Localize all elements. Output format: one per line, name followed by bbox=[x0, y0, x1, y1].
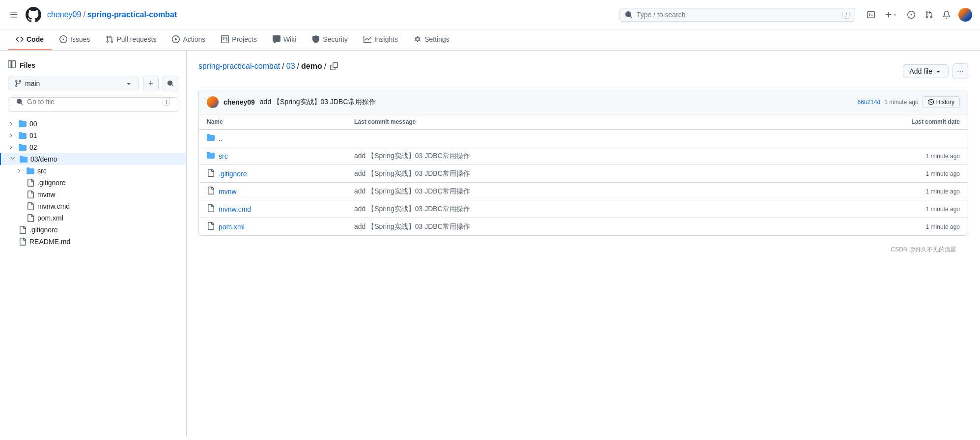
breadcrumb-repo-link[interactable]: spring-practical-combat bbox=[198, 62, 280, 71]
security-icon bbox=[312, 35, 320, 43]
branch-button[interactable]: main bbox=[8, 77, 139, 90]
tree-item-src-label: src bbox=[37, 167, 47, 175]
chevron-down-icon-03demo bbox=[10, 155, 16, 163]
tree-item-pom-xml[interactable]: pom.xml bbox=[0, 212, 186, 224]
tab-settings[interactable]: Settings bbox=[406, 29, 457, 50]
history-button[interactable]: History bbox=[923, 96, 960, 108]
wiki-icon bbox=[273, 35, 280, 43]
file-icon-pom-xml bbox=[27, 214, 34, 222]
issues-button[interactable] bbox=[905, 9, 917, 21]
files-label: Files bbox=[20, 61, 35, 69]
tree-item-gitignore-label: .gitignore bbox=[37, 179, 66, 187]
commit-msg-link-gitignore[interactable]: add 【Spring实战】03 JDBC常用操作 bbox=[354, 169, 470, 177]
avatar[interactable] bbox=[958, 8, 972, 22]
tab-projects[interactable]: Projects bbox=[213, 29, 265, 50]
folder-icon-src bbox=[207, 151, 215, 161]
file-name-link-mvnw[interactable]: mvnw bbox=[219, 188, 237, 195]
hamburger-button[interactable] bbox=[8, 9, 20, 21]
tree-item-src[interactable]: src bbox=[0, 165, 186, 177]
content-header-right: Add file ··· bbox=[903, 63, 968, 79]
file-name-link-gitignore[interactable]: .gitignore bbox=[219, 170, 247, 178]
tab-insights[interactable]: Insights bbox=[356, 29, 406, 50]
add-file-button[interactable]: Add file bbox=[903, 64, 949, 78]
commit-info-bar: cheney09 add 【Spring实战】03 JDBC常用操作 66b21… bbox=[199, 90, 968, 114]
terminal-button[interactable] bbox=[865, 9, 877, 21]
file-name-link-mvnw-cmd[interactable]: mvnw.cmd bbox=[219, 205, 251, 213]
breadcrumb-part1-link[interactable]: 03 bbox=[286, 62, 295, 71]
table-cell-name: src bbox=[199, 147, 346, 165]
create-button[interactable] bbox=[883, 9, 899, 21]
tab-actions[interactable]: Actions bbox=[164, 29, 213, 50]
branch-icon bbox=[14, 80, 22, 87]
tree-item-gitignore-root[interactable]: .gitignore bbox=[0, 224, 186, 236]
tree-item-01[interactable]: 01 bbox=[0, 130, 186, 141]
tab-actions-label: Actions bbox=[183, 35, 205, 43]
breadcrumb-sep1: / bbox=[282, 62, 284, 71]
tab-projects-label: Projects bbox=[232, 35, 257, 43]
tree-item-readme[interactable]: README.md bbox=[0, 236, 186, 248]
breadcrumb: spring-practical-combat / 03 / demo / bbox=[198, 60, 340, 72]
folder-icon-src bbox=[27, 167, 34, 175]
notifications-button[interactable] bbox=[941, 9, 952, 21]
commit-msg-link-pom-xml[interactable]: add 【Spring实战】03 JDBC常用操作 bbox=[354, 222, 470, 230]
tab-pull-requests[interactable]: Pull requests bbox=[98, 29, 164, 50]
tab-code[interactable]: Code bbox=[8, 29, 52, 50]
search-icon bbox=[625, 11, 633, 19]
commit-msg-link-src[interactable]: add 【Spring实战】03 JDBC常用操作 bbox=[354, 152, 470, 160]
history-label: History bbox=[936, 99, 954, 106]
tab-insights-label: Insights bbox=[374, 35, 398, 43]
pull-requests-button[interactable] bbox=[923, 9, 935, 21]
tree-item-03demo[interactable]: 03/demo bbox=[0, 153, 186, 165]
folder-icon-00 bbox=[19, 120, 27, 128]
add-file-dropdown-icon bbox=[934, 67, 942, 75]
username-link[interactable]: cheney09 bbox=[47, 10, 81, 19]
tab-security[interactable]: Security bbox=[304, 29, 356, 50]
commit-msg-link-mvnw[interactable]: add 【Spring实战】03 JDBC常用操作 bbox=[354, 187, 470, 195]
chevron-right-icon-02 bbox=[8, 144, 16, 150]
pr-icon bbox=[106, 35, 113, 43]
search-file-button[interactable] bbox=[163, 76, 178, 91]
tree-item-mvnw-label: mvnw bbox=[37, 191, 56, 198]
tab-wiki[interactable]: Wiki bbox=[265, 29, 304, 50]
table-row: .gitignore add 【Spring实战】03 JDBC常用操作 1 m… bbox=[199, 165, 968, 183]
search-file-bar: t bbox=[8, 97, 178, 112]
tree-item-00[interactable]: 00 bbox=[0, 118, 186, 130]
file-name-link-pom-xml[interactable]: pom.xml bbox=[219, 223, 245, 231]
commit-hash-link[interactable]: 66b214d bbox=[858, 99, 881, 106]
branch-selector: main + bbox=[0, 76, 186, 97]
settings-icon bbox=[414, 35, 421, 43]
github-logo[interactable] bbox=[26, 7, 41, 23]
tree-item-mvnw-cmd[interactable]: mvnw.cmd bbox=[0, 200, 186, 212]
go-to-file-input[interactable] bbox=[27, 98, 159, 106]
file-icon-mvnw bbox=[207, 187, 215, 196]
table-cell-name: .gitignore bbox=[199, 165, 346, 183]
reponame-link[interactable]: spring-practical-combat bbox=[87, 10, 177, 19]
tree-item-pom-xml-label: pom.xml bbox=[37, 214, 63, 222]
tree-item-01-label: 01 bbox=[29, 132, 37, 139]
tree-item-mvnw[interactable]: mvnw bbox=[0, 189, 186, 200]
file-icon-mvnw bbox=[27, 191, 34, 198]
more-options-button[interactable]: ··· bbox=[952, 63, 968, 79]
table-row: mvnw add 【Spring实战】03 JDBC常用操作 1 minute … bbox=[199, 183, 968, 200]
add-branch-button[interactable]: + bbox=[143, 76, 159, 91]
file-icon-pom-xml bbox=[207, 222, 215, 231]
commit-msg-link-mvnw-cmd[interactable]: add 【Spring实战】03 JDBC常用操作 bbox=[354, 205, 470, 213]
table-cell-date bbox=[764, 130, 968, 147]
chevron-right-icon-src bbox=[16, 168, 24, 174]
col-date: Last commit date bbox=[764, 114, 968, 130]
file-table-container: cheney09 add 【Spring实战】03 JDBC常用操作 66b21… bbox=[198, 90, 968, 236]
tree-item-02[interactable]: 02 bbox=[0, 141, 186, 153]
breadcrumb-current: demo bbox=[301, 62, 322, 71]
table-cell-name: pom.xml bbox=[199, 218, 346, 236]
copy-path-button[interactable] bbox=[328, 60, 340, 72]
table-cell-name: mvnw.cmd bbox=[199, 200, 346, 218]
file-name-link-src[interactable]: src bbox=[219, 152, 228, 160]
tree-item-03demo-label: 03/demo bbox=[30, 155, 57, 163]
tab-issues[interactable]: Issues bbox=[52, 29, 98, 50]
search-input[interactable] bbox=[637, 11, 839, 19]
file-icon-readme bbox=[19, 238, 27, 246]
tree-item-gitignore[interactable]: .gitignore bbox=[0, 177, 186, 189]
folder-icon-02 bbox=[19, 143, 27, 151]
commit-username[interactable]: cheney09 bbox=[224, 98, 255, 106]
add-file-label: Add file bbox=[909, 67, 932, 75]
